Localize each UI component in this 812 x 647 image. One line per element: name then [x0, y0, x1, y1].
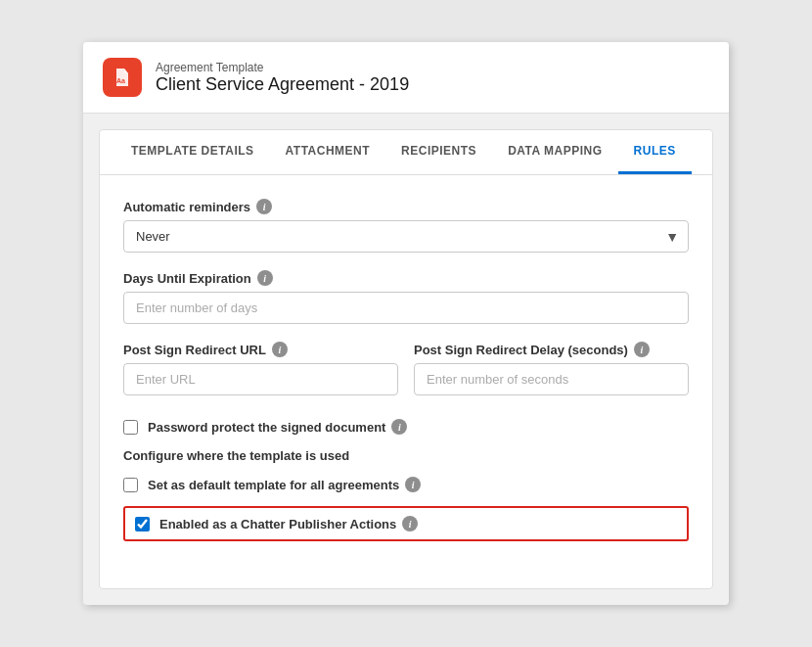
password-protect-row: Password protect the signed document i — [123, 419, 689, 435]
automatic-reminders-select[interactable]: Never Daily Weekly — [123, 220, 689, 253]
days-expiration-info-icon[interactable]: i — [257, 270, 273, 286]
main-card: TEMPLATE DETAILS ATTACHMENT RECIPIENTS D… — [99, 129, 713, 589]
chatter-publisher-label[interactable]: Enabled as a Chatter Publisher Actions i — [159, 516, 418, 531]
automatic-reminders-info-icon[interactable]: i — [256, 199, 272, 214]
password-protect-label[interactable]: Password protect the signed document i — [148, 419, 407, 435]
automatic-reminders-group: Automatic reminders i Never Daily Weekly… — [123, 199, 689, 253]
configure-section-title: Configure where the template is used — [123, 448, 689, 463]
doc-title: Client Service Agreement - 2019 — [156, 74, 409, 95]
days-expiration-input[interactable] — [123, 292, 689, 324]
days-expiration-group: Days Until Expiration i — [123, 270, 689, 324]
chatter-publisher-info-icon[interactable]: i — [402, 516, 418, 531]
app-icon: Aa — [103, 58, 142, 97]
configure-section: Configure where the template is used Set… — [123, 448, 689, 541]
form-content: Automatic reminders i Never Daily Weekly… — [100, 175, 712, 588]
tab-recipients[interactable]: RECIPIENTS — [385, 130, 492, 174]
automatic-reminders-label: Automatic reminders i — [123, 199, 689, 214]
tab-data-mapping[interactable]: DATA MAPPING — [492, 130, 617, 174]
password-protect-info-icon[interactable]: i — [391, 419, 407, 435]
tab-rules[interactable]: RULES — [618, 130, 692, 174]
chatter-publisher-row: Enabled as a Chatter Publisher Actions i — [123, 506, 689, 541]
header: Aa Agreement Template Client Service Agr… — [83, 42, 729, 114]
post-sign-delay-group: Post Sign Redirect Delay (seconds) i — [414, 342, 689, 395]
automatic-reminders-select-wrapper: Never Daily Weekly ▼ — [123, 220, 689, 253]
default-template-info-icon[interactable]: i — [405, 477, 421, 492]
chatter-publisher-checkbox[interactable] — [135, 517, 150, 531]
post-sign-url-input[interactable] — [123, 363, 398, 395]
post-sign-delay-label: Post Sign Redirect Delay (seconds) i — [414, 342, 689, 357]
tabs-nav: TEMPLATE DETAILS ATTACHMENT RECIPIENTS D… — [100, 130, 712, 175]
default-template-checkbox[interactable] — [123, 478, 138, 492]
days-expiration-label: Days Until Expiration i — [123, 270, 689, 286]
app-container: Aa Agreement Template Client Service Agr… — [83, 42, 729, 605]
post-sign-url-label: Post Sign Redirect URL i — [123, 342, 398, 357]
header-text: Agreement Template Client Service Agreem… — [156, 61, 409, 95]
default-template-row: Set as default template for all agreemen… — [123, 477, 689, 492]
post-sign-delay-input[interactable] — [414, 363, 689, 395]
app-name: Agreement Template — [156, 61, 409, 74]
svg-text:Aa: Aa — [116, 77, 125, 84]
post-sign-url-info-icon[interactable]: i — [272, 342, 288, 357]
post-sign-url-group: Post Sign Redirect URL i — [123, 342, 398, 395]
tab-attachment[interactable]: ATTACHMENT — [270, 130, 386, 174]
tab-template-details[interactable]: TEMPLATE DETAILS — [115, 130, 270, 174]
post-sign-row: Post Sign Redirect URL i Post Sign Redir… — [123, 342, 689, 413]
post-sign-delay-info-icon[interactable]: i — [634, 342, 650, 357]
default-template-label[interactable]: Set as default template for all agreemen… — [148, 477, 421, 492]
password-protect-checkbox[interactable] — [123, 420, 138, 435]
